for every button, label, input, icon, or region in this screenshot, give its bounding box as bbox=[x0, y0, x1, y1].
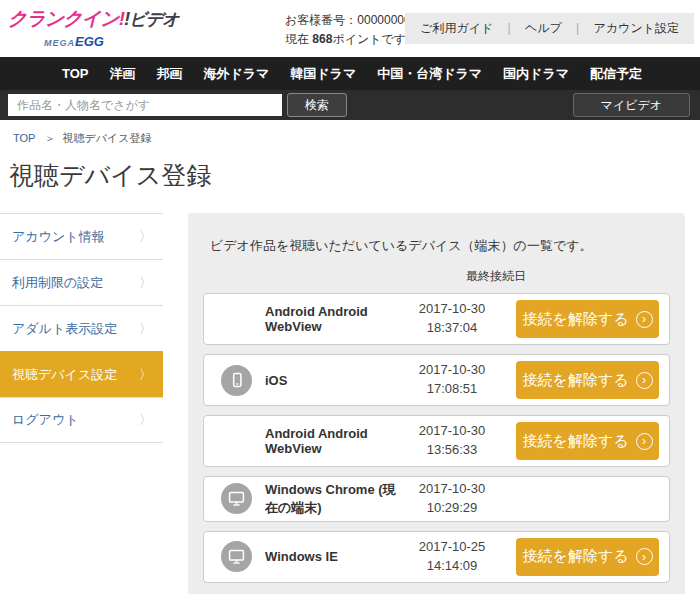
settings-sidebar: アカウント情報 〉 利用制限の設定 〉 アダルト表示設定 〉 視聴デバイス設定 … bbox=[0, 213, 163, 443]
customer-number: お客様番号：0000000000 bbox=[285, 11, 424, 30]
points-suffix: ポイントです bbox=[332, 32, 406, 46]
search-bar: 検索 マイビデオ bbox=[0, 90, 700, 120]
device-time: 18:37:04 bbox=[398, 319, 506, 338]
nav-item-western-movies[interactable]: 洋画 bbox=[109, 65, 135, 83]
logo-text-video: ビデオ bbox=[129, 10, 178, 29]
sidebar-item-account-info[interactable]: アカウント情報 〉 bbox=[0, 213, 163, 259]
points-value: 868 bbox=[312, 32, 332, 46]
disconnect-button-label: 接続を解除する bbox=[522, 371, 628, 390]
device-name: iOS bbox=[265, 373, 398, 388]
device-icon-none bbox=[221, 426, 252, 457]
device-name: Android Android WebView bbox=[265, 304, 398, 334]
last-connected-column-header: 最終接続日 bbox=[441, 268, 551, 285]
monitor-icon bbox=[221, 483, 252, 514]
device-name: Windows IE bbox=[265, 549, 398, 564]
link-separator: ｜ bbox=[503, 21, 515, 35]
device-date: 2017-10-30 bbox=[398, 300, 506, 319]
nav-item-overseas-drama[interactable]: 海外ドラマ bbox=[203, 65, 269, 83]
device-last-connected: 2017-10-30 13:56:33 bbox=[398, 422, 506, 460]
breadcrumb: TOP＞視聴デバイス登録 bbox=[0, 120, 700, 146]
link-usage-guide[interactable]: ご利用ガイド bbox=[420, 21, 493, 35]
sidebar-item-adult-display[interactable]: アダルト表示設定 〉 bbox=[0, 305, 163, 351]
nav-item-domestic-drama[interactable]: 国内ドラマ bbox=[503, 65, 569, 83]
content-area: アカウント情報 〉 利用制限の設定 〉 アダルト表示設定 〉 視聴デバイス設定 … bbox=[0, 213, 700, 594]
sidebar-item-label: 利用制限の設定 bbox=[12, 274, 103, 292]
site-logo[interactable]: クランクイン!!ビデオ MEGAEGG bbox=[8, 6, 140, 50]
nav-item-china-taiwan-drama[interactable]: 中国・台湾ドラマ bbox=[377, 65, 482, 83]
monitor-icon bbox=[221, 541, 252, 572]
disconnect-button-label: 接続を解除する bbox=[522, 432, 628, 451]
device-time: 14:14:09 bbox=[398, 557, 506, 576]
sidebar-item-usage-limit[interactable]: 利用制限の設定 〉 bbox=[0, 259, 163, 305]
chevron-right-icon: 〉 bbox=[139, 320, 152, 338]
disconnect-button[interactable]: 接続を解除する › bbox=[516, 361, 659, 399]
device-row-current: Windows Chrome (現在の端末) 2017-10-30 10:29:… bbox=[203, 476, 670, 522]
site-header: クランクイン!!ビデオ MEGAEGG お客様番号：0000000000 現在 … bbox=[0, 0, 700, 57]
device-last-connected: 2017-10-30 18:37:04 bbox=[398, 300, 506, 338]
chevron-right-icon: 〉 bbox=[139, 366, 152, 384]
sidebar-item-label: 視聴デバイス設定 bbox=[12, 366, 117, 384]
brand-megaegg: MEGAEGG bbox=[8, 32, 140, 50]
breadcrumb-home[interactable]: TOP bbox=[13, 132, 35, 144]
link-separator: ｜ bbox=[572, 21, 584, 35]
main-nav: TOP 洋画 邦画 海外ドラマ 韓国ドラマ 中国・台湾ドラマ 国内ドラマ 配信予… bbox=[0, 57, 700, 90]
device-last-connected: 2017-10-25 14:14:09 bbox=[398, 538, 506, 576]
device-date: 2017-10-30 bbox=[398, 422, 506, 441]
search-input[interactable] bbox=[8, 94, 282, 116]
device-date: 2017-10-30 bbox=[398, 361, 506, 380]
points-prefix: 現在 bbox=[285, 32, 312, 46]
page-title: 視聴デバイス登録 bbox=[9, 159, 700, 192]
device-row: iOS 2017-10-30 17:08:51 接続を解除する › bbox=[203, 354, 670, 406]
disconnect-button[interactable]: 接続を解除する › bbox=[516, 422, 659, 460]
customer-info: お客様番号：0000000000 現在 868ポイントです bbox=[285, 11, 424, 48]
disconnect-button-label: 接続を解除する bbox=[522, 310, 628, 329]
device-date: 2017-10-30 bbox=[398, 480, 506, 499]
chevron-right-icon: 〉 bbox=[139, 228, 152, 246]
chevron-circle-icon: › bbox=[636, 311, 653, 328]
device-row: Windows IE 2017-10-25 14:14:09 接続を解除する › bbox=[203, 531, 670, 583]
device-name: Windows Chrome (現在の端末) bbox=[265, 481, 398, 517]
disconnect-button[interactable]: 接続を解除する › bbox=[516, 300, 659, 338]
device-date: 2017-10-25 bbox=[398, 538, 506, 557]
my-video-button[interactable]: マイビデオ bbox=[573, 93, 690, 117]
sidebar-item-label: アカウント情報 bbox=[12, 228, 105, 246]
sidebar-item-device-settings[interactable]: 視聴デバイス設定 〉 bbox=[0, 351, 163, 397]
nav-item-japanese-movies[interactable]: 邦画 bbox=[156, 65, 182, 83]
chevron-right-icon: 〉 bbox=[139, 411, 152, 429]
nav-item-korean-drama[interactable]: 韓国ドラマ bbox=[290, 65, 356, 83]
chevron-circle-icon: › bbox=[636, 548, 653, 565]
sidebar-item-label: アダルト表示設定 bbox=[12, 320, 117, 338]
device-time: 10:29:29 bbox=[398, 499, 506, 518]
breadcrumb-current: 視聴デバイス登録 bbox=[62, 132, 151, 144]
logo-wordmark: クランクイン!!ビデオ bbox=[8, 6, 140, 32]
sidebar-item-label: ログアウト bbox=[12, 411, 79, 429]
device-last-connected: 2017-10-30 10:29:29 bbox=[398, 480, 506, 518]
brand-mega-text: MEGA bbox=[44, 38, 75, 48]
disconnect-button[interactable]: 接続を解除する › bbox=[516, 538, 659, 576]
device-last-connected: 2017-10-30 17:08:51 bbox=[398, 361, 506, 399]
logo-text-main: クランクイン bbox=[8, 8, 119, 29]
sidebar-item-logout[interactable]: ログアウト 〉 bbox=[0, 397, 163, 443]
disconnect-button-label: 接続を解除する bbox=[522, 547, 628, 566]
nav-item-top[interactable]: TOP bbox=[62, 66, 89, 81]
device-name: Android Android WebView bbox=[265, 426, 398, 456]
device-row: Android Android WebView 2017-10-30 13:56… bbox=[203, 415, 670, 467]
nav-item-upcoming[interactable]: 配信予定 bbox=[590, 65, 642, 83]
link-help[interactable]: ヘルプ bbox=[525, 21, 562, 35]
device-list-panel: ビデオ作品を視聴いただいているデバイス（端末）の一覧です。 最終接続日 Andr… bbox=[188, 213, 685, 594]
search-button[interactable]: 検索 bbox=[287, 93, 347, 117]
breadcrumb-separator: ＞ bbox=[44, 132, 55, 144]
brand-egg-text: EGG bbox=[75, 34, 104, 49]
link-account-settings[interactable]: アカウント設定 bbox=[594, 21, 679, 35]
chevron-circle-icon: › bbox=[636, 372, 653, 389]
device-time: 17:08:51 bbox=[398, 380, 506, 399]
device-row: Android Android WebView 2017-10-30 18:37… bbox=[203, 293, 670, 345]
device-icon-none bbox=[221, 304, 252, 335]
device-list-intro: ビデオ作品を視聴いただいているデバイス（端末）の一覧です。 bbox=[210, 237, 670, 255]
header-utility-links: ご利用ガイド｜ヘルプ｜アカウント設定 bbox=[405, 13, 694, 44]
chevron-right-icon: 〉 bbox=[139, 274, 152, 292]
smartphone-icon bbox=[221, 365, 252, 396]
device-time: 13:56:33 bbox=[398, 441, 506, 460]
points-line: 現在 868ポイントです bbox=[285, 30, 424, 49]
chevron-circle-icon: › bbox=[636, 433, 653, 450]
